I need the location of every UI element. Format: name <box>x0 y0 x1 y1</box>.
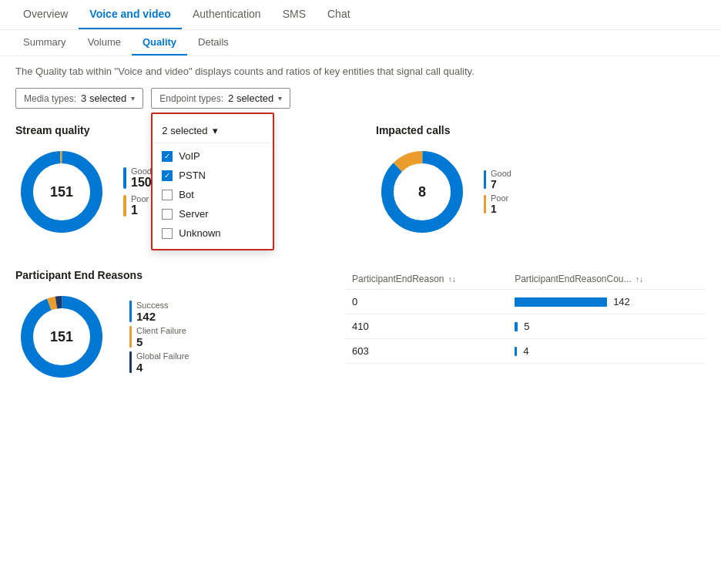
dropdown-chevron-icon: ▾ <box>213 125 218 136</box>
table-cell-reason: 0 <box>346 290 508 314</box>
subtab-volume[interactable]: Volume <box>77 30 132 55</box>
sub-navigation: Summary Volume Quality Details <box>0 30 721 56</box>
imp-poor-label: Poor <box>491 193 508 203</box>
table-cell-reason: 603 <box>346 339 508 364</box>
count-bar <box>515 322 518 331</box>
per-client-bar <box>129 326 132 348</box>
table-cell-count: 4 <box>508 339 706 364</box>
endpoint-option-pstn[interactable]: PSTN <box>153 166 273 185</box>
table-bar-wrap: 142 <box>515 296 699 307</box>
endpoint-types-chevron-icon: ▾ <box>278 94 282 102</box>
poor-count: 1 <box>131 203 149 217</box>
impacted-calls-content: 8 Good 7 Poor 1 <box>376 146 706 238</box>
media-types-chevron-icon: ▾ <box>131 94 135 102</box>
col-reason-label: ParticipantEndReason <box>352 274 444 284</box>
col-count[interactable]: ParticipantEndReasonCou... ↑↓ <box>508 269 706 290</box>
per-client-count: 5 <box>136 335 186 348</box>
filters-row: Media types: 3 selected ▾ Endpoint types… <box>15 88 706 109</box>
per-global-bar <box>129 351 132 373</box>
media-types-value: 3 selected <box>81 92 126 104</box>
table-cell-count: 5 <box>508 314 706 339</box>
per-success-bar <box>129 301 132 322</box>
media-types-label: Media types: <box>24 93 76 104</box>
endpoint-option-bot[interactable]: Bot <box>153 185 273 204</box>
media-types-filter[interactable]: Media types: 3 selected ▾ <box>15 88 143 109</box>
stream-quality-total: 151 <box>50 184 73 200</box>
participant-title: Participant End Reasons <box>15 269 315 281</box>
pstn-checkbox[interactable] <box>162 170 173 181</box>
per-client-label: Client Failure <box>136 326 186 335</box>
impacted-calls-section: Impacted calls 8 Good <box>376 124 706 238</box>
imp-good-label: Good <box>491 169 511 178</box>
per-client: Client Failure 5 <box>129 326 189 348</box>
subtab-quality[interactable]: Quality <box>132 30 187 55</box>
voip-checkbox[interactable] <box>162 151 173 162</box>
table-row: 0 142 <box>346 290 706 314</box>
count-bar <box>515 347 517 356</box>
endpoint-types-filter[interactable]: Endpoint types: 2 selected ▾ <box>151 88 290 109</box>
unknown-checkbox[interactable] <box>162 228 173 239</box>
count-value: 5 <box>524 321 529 332</box>
dropdown-header-value: 2 selected ▾ <box>153 120 273 143</box>
impacted-legend: Good 7 Poor 1 <box>484 169 511 215</box>
participant-end-reasons-section: Participant End Reasons 151 Suc <box>15 269 315 383</box>
col-count-label: ParticipantEndReasonCou... <box>515 274 631 284</box>
impacted-poor: Poor 1 <box>484 193 511 215</box>
count-value: 142 <box>613 296 630 307</box>
participant-donut: 151 <box>15 291 108 383</box>
imp-poor-count: 1 <box>491 203 508 215</box>
tab-sms[interactable]: SMS <box>272 0 317 29</box>
sort-reason-icon[interactable]: ↑↓ <box>448 275 456 284</box>
good-bar <box>123 167 126 189</box>
endpoint-option-unknown[interactable]: Unknown <box>153 223 273 243</box>
imp-good-text: Good 7 <box>491 169 511 190</box>
good-text: Good 150 <box>131 166 152 190</box>
endpoint-option-voip[interactable]: VoIP <box>153 146 273 166</box>
quality-description: The Quality tab within "Voice and video"… <box>15 66 706 77</box>
per-success: Success 142 <box>129 301 189 323</box>
top-navigation: Overview Voice and video Authentication … <box>0 0 721 30</box>
endpoint-types-value: 2 selected <box>228 92 273 104</box>
dropdown-selected-value: 2 selected <box>162 125 207 136</box>
per-success-label: Success <box>136 301 169 310</box>
participant-row: Participant End Reasons 151 Suc <box>15 269 706 383</box>
server-label: Server <box>179 208 208 220</box>
table-row: 603 4 <box>346 339 706 364</box>
count-value: 4 <box>523 345 528 357</box>
subtab-summary[interactable]: Summary <box>12 30 77 55</box>
sort-count-icon[interactable]: ↑↓ <box>635 275 643 284</box>
stream-quality-good: Good 150 <box>123 166 152 190</box>
impacted-calls-total: 8 <box>418 184 426 200</box>
poor-text: Poor 1 <box>131 194 149 217</box>
tab-voice-video[interactable]: Voice and video <box>79 0 182 29</box>
charts-row: Stream quality 151 Good <box>15 124 706 238</box>
endpoint-types-dropdown: 2 selected ▾ VoIP PSTN Bot Server <box>151 113 274 250</box>
count-bar <box>515 297 607 307</box>
voip-label: VoIP <box>179 150 200 162</box>
imp-good-bar <box>484 170 486 189</box>
per-success-text: Success 142 <box>136 301 169 323</box>
server-checkbox[interactable] <box>162 209 173 220</box>
col-reason[interactable]: ParticipantEndReason ↑↓ <box>346 269 508 290</box>
endpoint-types-container: Endpoint types: 2 selected ▾ 2 selected … <box>151 88 290 109</box>
unknown-label: Unknown <box>179 227 220 239</box>
per-global-count: 4 <box>136 361 189 374</box>
imp-good-count: 7 <box>491 178 511 190</box>
good-count: 150 <box>131 176 152 190</box>
endpoint-option-server[interactable]: Server <box>153 204 273 223</box>
pstn-label: PSTN <box>179 170 206 181</box>
bot-checkbox[interactable] <box>162 190 173 200</box>
tab-authentication[interactable]: Authentication <box>182 0 272 29</box>
subtab-details[interactable]: Details <box>187 30 240 55</box>
imp-poor-text: Poor 1 <box>491 193 508 215</box>
tab-chat[interactable]: Chat <box>317 0 361 29</box>
per-client-text: Client Failure 5 <box>136 326 186 348</box>
main-content: The Quality tab within "Voice and video"… <box>0 56 721 392</box>
tab-overview[interactable]: Overview <box>12 0 79 29</box>
participant-legend: Success 142 Client Failure 5 <box>129 301 189 374</box>
bot-label: Bot <box>179 189 194 200</box>
stream-quality-donut: 151 <box>15 146 108 238</box>
participant-total: 151 <box>50 329 73 345</box>
endpoint-types-label: Endpoint types: <box>159 93 223 104</box>
stream-quality-legend: Good 150 Poor 1 <box>123 166 152 217</box>
